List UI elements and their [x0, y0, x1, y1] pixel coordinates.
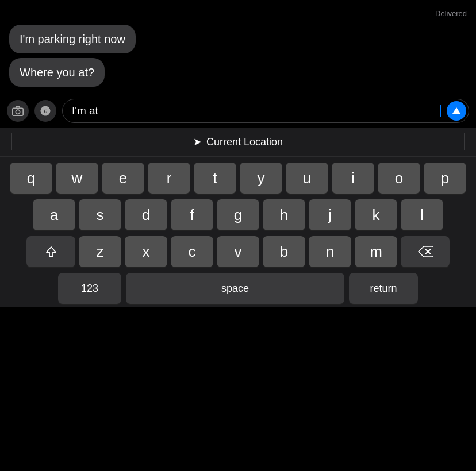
- key-z[interactable]: z: [79, 236, 121, 267]
- message-bubble-1: I'm parking right now: [9, 25, 136, 53]
- key-b[interactable]: b: [263, 236, 305, 267]
- send-arrow-icon: [452, 107, 460, 114]
- key-k[interactable]: k: [355, 199, 397, 230]
- key-x[interactable]: x: [125, 236, 167, 267]
- key-o[interactable]: o: [378, 163, 420, 194]
- messages-area: Delivered I'm parking right now Where yo…: [0, 0, 476, 94]
- key-l[interactable]: l: [401, 199, 443, 230]
- message-bubble-2: Where you at?: [9, 58, 105, 87]
- camera-icon: [11, 105, 24, 117]
- key-t[interactable]: t: [194, 163, 236, 194]
- key-r[interactable]: r: [148, 163, 190, 194]
- location-suggestion[interactable]: ➤ Current Location: [0, 128, 476, 157]
- key-e[interactable]: e: [102, 163, 144, 194]
- message-input-container[interactable]: I'm at: [62, 99, 469, 123]
- key-y[interactable]: y: [240, 163, 282, 194]
- key-j[interactable]: j: [309, 199, 351, 230]
- appstore-button[interactable]: [34, 100, 56, 122]
- key-q[interactable]: q: [10, 163, 52, 194]
- text-cursor: [440, 105, 441, 117]
- delivered-label: Delivered: [9, 9, 467, 18]
- numbers-key[interactable]: 123: [58, 273, 121, 304]
- key-n[interactable]: n: [309, 236, 351, 267]
- shift-icon: [44, 245, 58, 258]
- key-h[interactable]: h: [263, 199, 305, 230]
- shift-key[interactable]: [26, 236, 75, 267]
- keyboard-row-3: z x c v b n m: [2, 236, 474, 267]
- keyboard: q w e r t y u i o p a s d f g h j k l z …: [0, 157, 476, 307]
- key-u[interactable]: u: [286, 163, 328, 194]
- location-suggestion-label: Current Location: [206, 136, 283, 148]
- send-button[interactable]: [447, 101, 466, 121]
- camera-button[interactable]: [7, 100, 29, 122]
- key-f[interactable]: f: [171, 199, 213, 230]
- keyboard-row-4: 123 space return: [2, 273, 474, 304]
- input-bar: I'm at: [0, 94, 476, 128]
- keyboard-row-2: a s d f g h j k l: [2, 199, 474, 230]
- backspace-icon: [417, 245, 433, 258]
- key-m[interactable]: m: [355, 236, 397, 267]
- key-a[interactable]: a: [33, 199, 75, 230]
- backspace-key[interactable]: [401, 236, 450, 267]
- appstore-icon: [40, 105, 51, 117]
- return-key[interactable]: return: [349, 273, 418, 304]
- key-v[interactable]: v: [217, 236, 259, 267]
- message-input-text: I'm at: [72, 105, 439, 117]
- key-c[interactable]: c: [171, 236, 213, 267]
- key-w[interactable]: w: [56, 163, 98, 194]
- keyboard-row-1: q w e r t y u i o p: [2, 163, 474, 194]
- key-g[interactable]: g: [217, 199, 259, 230]
- svg-point-1: [16, 110, 20, 114]
- location-arrow-icon: ➤: [193, 136, 202, 148]
- key-s[interactable]: s: [79, 199, 121, 230]
- key-p[interactable]: p: [424, 163, 466, 194]
- space-key[interactable]: space: [126, 273, 344, 304]
- key-i[interactable]: i: [332, 163, 374, 194]
- key-d[interactable]: d: [125, 199, 167, 230]
